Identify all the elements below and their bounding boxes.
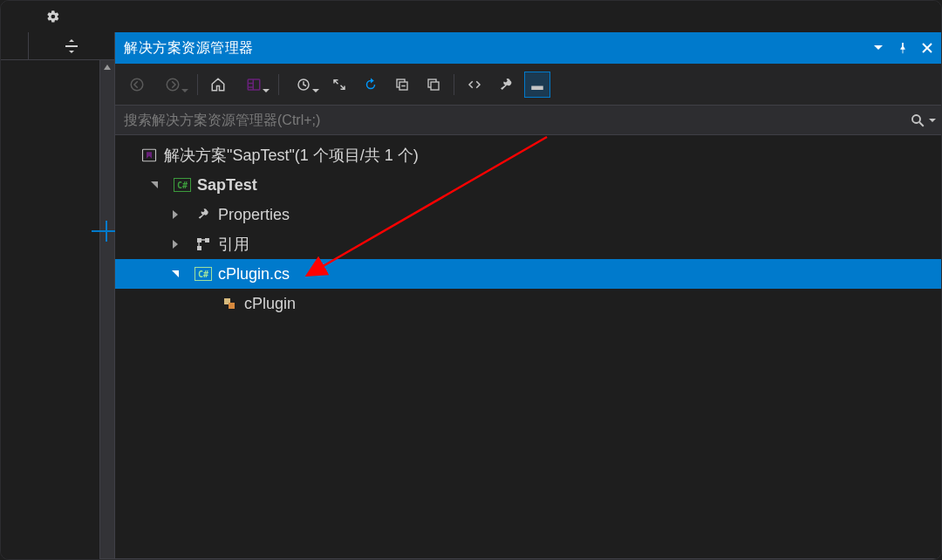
nav-forward-button[interactable] xyxy=(155,72,190,98)
project-label: SapTest xyxy=(197,176,257,195)
references-label: 引用 xyxy=(218,234,249,255)
home-button[interactable] xyxy=(205,72,231,98)
expand-arrow-icon[interactable] xyxy=(167,270,183,278)
search-input[interactable] xyxy=(124,113,910,128)
references-node[interactable]: 引用 xyxy=(115,229,941,259)
solution-tree: 解决方案"SapTest"(1 个项目/共 1 个) C# SapTest Pr… xyxy=(115,135,941,559)
class-node-cplugin[interactable]: cPlugin xyxy=(115,289,941,318)
svg-point-2 xyxy=(167,79,179,91)
overflow-menu-caret[interactable] xyxy=(1,12,39,21)
svg-rect-13 xyxy=(205,238,209,242)
svg-rect-12 xyxy=(197,238,201,242)
svg-rect-9 xyxy=(531,85,543,90)
pin-icon[interactable] xyxy=(894,39,911,57)
collapse-all-button[interactable] xyxy=(389,72,415,98)
toolbar-separator xyxy=(197,74,198,95)
file-node-cplugin[interactable]: C# cPlugin.cs xyxy=(115,259,941,289)
expand-arrow-icon[interactable] xyxy=(167,210,183,219)
left-gutter-cell xyxy=(1,32,29,60)
svg-rect-8 xyxy=(431,82,439,90)
search-bar xyxy=(115,106,941,135)
sync-active-document-button[interactable] xyxy=(326,72,352,98)
panel-title: 解决方案资源管理器 xyxy=(124,39,254,58)
window-position-caret-icon[interactable] xyxy=(870,39,887,57)
vertical-scrollbar[interactable] xyxy=(100,60,114,559)
toolbar-separator xyxy=(278,74,279,95)
preview-selected-items-button[interactable] xyxy=(524,72,550,98)
svg-point-10 xyxy=(912,115,920,123)
class-label: cPlugin xyxy=(244,295,296,313)
solution-node[interactable]: 解决方案"SapTest"(1 个项目/共 1 个) xyxy=(115,140,941,170)
csharp-project-icon: C# xyxy=(173,178,192,192)
nav-back-button[interactable] xyxy=(124,72,150,98)
toolbox-handle-icon[interactable] xyxy=(29,32,114,60)
pending-changes-filter-button[interactable] xyxy=(286,72,321,98)
references-icon xyxy=(194,237,213,251)
solution-explorer-toolbar xyxy=(115,64,941,106)
panel-title-bar: 解决方案资源管理器 xyxy=(115,32,941,64)
csharp-file-icon: C# xyxy=(194,267,213,281)
toolbar-separator xyxy=(454,74,454,95)
solution-label: 解决方案"SapTest"(1 个项目/共 1 个) xyxy=(164,145,419,166)
project-node[interactable]: C# SapTest xyxy=(115,170,941,200)
svg-rect-16 xyxy=(229,303,235,309)
close-icon[interactable] xyxy=(918,39,936,57)
properties-button[interactable] xyxy=(493,72,519,98)
wrench-icon xyxy=(194,208,213,222)
top-window-strip xyxy=(1,1,941,32)
view-code-button[interactable] xyxy=(461,72,488,98)
show-all-files-button[interactable] xyxy=(420,72,447,98)
left-gutter-panel xyxy=(1,60,100,559)
refresh-button[interactable] xyxy=(358,72,384,98)
file-label: cPlugin.cs xyxy=(218,265,290,283)
scroll-up-arrow-icon[interactable] xyxy=(100,60,114,74)
svg-point-1 xyxy=(131,79,143,91)
settings-gear-icon[interactable] xyxy=(39,10,67,24)
search-button[interactable] xyxy=(910,113,936,128)
vs-solution-icon xyxy=(140,147,159,163)
svg-rect-0 xyxy=(65,45,78,47)
properties-label: Properties xyxy=(218,206,290,224)
expand-arrow-icon[interactable] xyxy=(167,240,183,249)
properties-node[interactable]: Properties xyxy=(115,200,941,229)
class-icon xyxy=(220,297,239,311)
expand-arrow-icon[interactable] xyxy=(147,181,162,189)
switch-views-button[interactable] xyxy=(236,72,271,98)
panel-bottom-border xyxy=(115,558,941,559)
document-position-marker xyxy=(100,226,114,236)
